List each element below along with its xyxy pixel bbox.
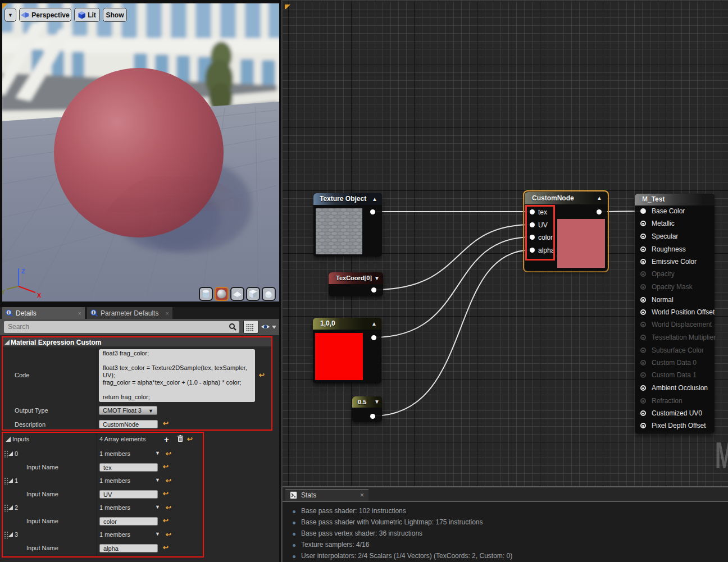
svg-text:Z: Z (21, 268, 25, 275)
svg-text:i: i (93, 310, 94, 315)
svg-text:Y: Y (2, 289, 6, 295)
svg-text:i: i (8, 310, 9, 315)
svg-text:X: X (37, 292, 42, 299)
